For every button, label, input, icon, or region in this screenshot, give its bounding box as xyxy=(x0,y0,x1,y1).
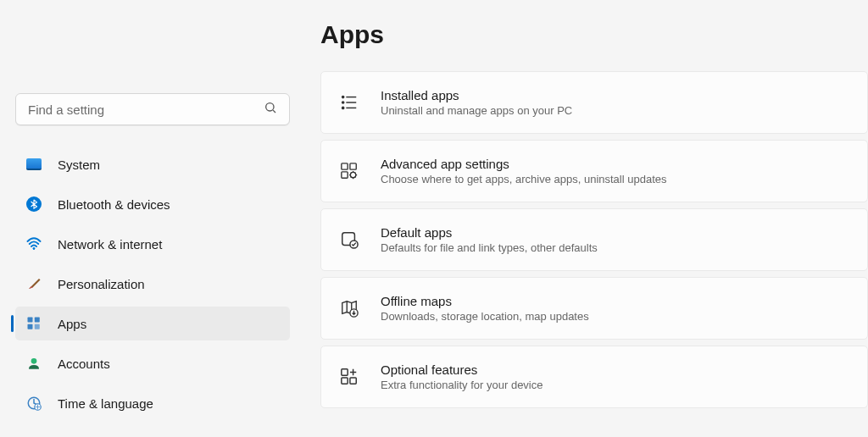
sidebar-item-label: Personalization xyxy=(58,277,145,291)
sidebar-item-bluetooth[interactable]: Bluetooth & devices xyxy=(15,187,290,221)
monitor-icon xyxy=(25,156,42,173)
sidebar-item-personalization[interactable]: Personalization xyxy=(15,267,290,301)
card-default-apps[interactable]: Default apps Defaults for file and link … xyxy=(320,208,868,271)
paintbrush-icon xyxy=(25,275,42,292)
sidebar: System Bluetooth & devices Network & int… xyxy=(0,0,305,437)
card-text: Advanced app settings Choose where to ge… xyxy=(381,157,667,185)
svg-rect-3 xyxy=(28,318,33,323)
nav-list: System Bluetooth & devices Network & int… xyxy=(15,147,290,420)
page-title: Apps xyxy=(320,20,868,49)
sidebar-item-label: Accounts xyxy=(58,357,110,371)
list-icon xyxy=(338,91,360,113)
apps-plus-icon xyxy=(338,366,360,388)
sidebar-item-time-language[interactable]: Time & language xyxy=(15,386,290,420)
card-text: Optional features Extra functionality fo… xyxy=(381,362,542,391)
svg-point-10 xyxy=(342,96,344,97)
sidebar-item-label: System xyxy=(58,158,100,172)
svg-rect-5 xyxy=(28,324,33,329)
search-box[interactable] xyxy=(15,93,290,125)
card-offline-maps[interactable]: Offline maps Downloads, storage location… xyxy=(320,277,868,340)
main-content: Apps Installed apps Uninstall and manage… xyxy=(305,0,868,437)
card-text: Default apps Defaults for file and link … xyxy=(381,225,598,254)
svg-point-12 xyxy=(342,102,344,103)
card-text: Offline maps Downloads, storage location… xyxy=(381,294,589,323)
apps-grid-icon xyxy=(25,315,42,332)
svg-rect-25 xyxy=(350,378,356,384)
sidebar-item-label: Time & language xyxy=(58,396,153,411)
card-title: Default apps xyxy=(381,225,598,240)
sidebar-item-network[interactable]: Network & internet xyxy=(15,227,290,261)
person-icon xyxy=(25,355,42,372)
sidebar-item-label: Network & internet xyxy=(58,237,162,252)
map-download-icon xyxy=(338,297,360,319)
svg-rect-23 xyxy=(342,369,348,375)
svg-rect-24 xyxy=(342,378,348,384)
card-title: Installed apps xyxy=(381,88,572,102)
card-title: Advanced app settings xyxy=(381,157,667,171)
svg-point-7 xyxy=(31,358,37,364)
settings-card-list: Installed apps Uninstall and manage apps… xyxy=(320,71,868,412)
sidebar-item-label: Bluetooth & devices xyxy=(58,197,170,212)
svg-point-14 xyxy=(342,107,344,108)
wifi-icon xyxy=(25,235,42,252)
clock-globe-icon xyxy=(25,395,42,412)
svg-rect-16 xyxy=(342,163,348,169)
card-title: Optional features xyxy=(381,362,542,377)
svg-line-1 xyxy=(273,110,275,113)
card-desc: Downloads, storage location, map updates xyxy=(381,310,589,323)
bluetooth-icon xyxy=(25,196,42,213)
svg-point-0 xyxy=(266,103,274,111)
svg-rect-17 xyxy=(350,163,356,169)
card-desc: Extra functionality for your device xyxy=(381,379,542,391)
card-optional-features[interactable]: Optional features Extra functionality fo… xyxy=(320,346,868,408)
card-advanced-app-settings[interactable]: Advanced app settings Choose where to ge… xyxy=(320,140,868,202)
sidebar-item-accounts[interactable]: Accounts xyxy=(15,346,290,380)
card-title: Offline maps xyxy=(381,294,589,308)
app-check-icon xyxy=(338,229,360,251)
card-installed-apps[interactable]: Installed apps Uninstall and manage apps… xyxy=(320,71,868,134)
sidebar-item-apps[interactable]: Apps xyxy=(15,307,290,340)
sidebar-item-label: Apps xyxy=(58,317,86,331)
card-text: Installed apps Uninstall and manage apps… xyxy=(381,88,572,117)
card-desc: Choose where to get apps, archive apps, … xyxy=(381,173,667,185)
search-input[interactable] xyxy=(28,102,264,117)
svg-rect-18 xyxy=(342,172,348,178)
sidebar-item-system[interactable]: System xyxy=(15,147,290,181)
card-desc: Defaults for file and link types, other … xyxy=(381,241,598,254)
svg-rect-4 xyxy=(35,318,40,323)
apps-gear-icon xyxy=(338,160,360,182)
svg-rect-6 xyxy=(35,324,40,329)
svg-point-2 xyxy=(33,247,36,250)
card-desc: Uninstall and manage apps on your PC xyxy=(381,104,572,117)
search-icon xyxy=(264,101,277,118)
